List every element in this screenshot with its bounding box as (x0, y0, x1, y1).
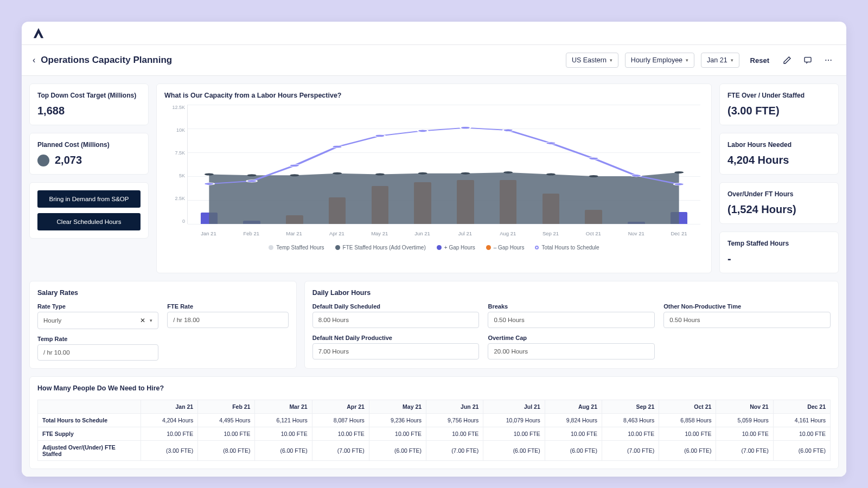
table-cell[interactable]: 6,858 Hours (659, 414, 716, 427)
table-cell[interactable]: (6.00 FTE) (773, 441, 830, 461)
bring-demand-button[interactable]: Bring in Demand from S&OP (37, 190, 141, 208)
table-cell[interactable]: 10.00 FTE (545, 427, 602, 441)
table-cell[interactable]: 6,121 Hours (255, 414, 312, 427)
table-cell[interactable]: 10.00 FTE (141, 427, 198, 441)
table-cell[interactable]: (7.00 FTE) (716, 441, 773, 461)
table-cell[interactable]: (6.00 FTE) (545, 441, 602, 461)
field-label: Overtime Cap (488, 335, 655, 341)
table-cell[interactable]: 10.00 FTE (483, 427, 545, 441)
table-cell[interactable]: 4,204 Hours (141, 414, 198, 427)
kpi-over-under-ft-hours: Over/Under FT Hours (1,524 Hours) (719, 182, 839, 224)
table-cell[interactable]: 10.00 FTE (198, 427, 255, 441)
table-cell[interactable]: (6.00 FTE) (369, 441, 426, 461)
legend-item: Temp Staffed Hours (269, 245, 324, 251)
table-cell[interactable]: 10.00 FTE (659, 427, 716, 441)
kpi-label: Top Down Cost Target (Millions) (37, 92, 141, 99)
table-cell[interactable]: (3.00 FTE) (141, 441, 198, 461)
table-cell[interactable]: 10.00 FTE (255, 427, 312, 441)
table-cell[interactable]: 9,756 Hours (426, 414, 483, 427)
y-tick: 2.5K (164, 196, 185, 201)
page-title: Operations Capacity Planning (41, 55, 172, 66)
table-cell[interactable]: (7.00 FTE) (312, 441, 369, 461)
table-cell[interactable]: (6.00 FTE) (483, 441, 545, 461)
table-cell[interactable]: 10.00 FTE (369, 427, 426, 441)
x-tick: Mar 21 (273, 226, 316, 240)
legend-item: FTE Staffed Hours (Add Overtime) (335, 245, 426, 251)
table-cell[interactable]: 8,463 Hours (602, 414, 659, 427)
reset-button[interactable]: Reset (746, 53, 774, 68)
comment-icon[interactable] (801, 53, 815, 67)
y-tick: 0 (164, 219, 185, 224)
table-cell[interactable]: (7.00 FTE) (426, 441, 483, 461)
table-cell[interactable]: (6.00 FTE) (659, 441, 716, 461)
capacity-chart-card: What is Our Capacity from a Labor Hours … (156, 84, 712, 273)
table-cell[interactable]: 5,059 Hours (716, 414, 773, 427)
bar-neg-gap (500, 180, 517, 224)
clear-icon[interactable]: ✕ (140, 317, 145, 324)
breaks-input[interactable]: 0.50 Hours (488, 312, 655, 328)
bar-neg-gap (414, 182, 431, 224)
overtime-cap-input[interactable]: 20.00 Hours (488, 343, 655, 359)
field-label: Default Daily Scheduled (312, 303, 480, 310)
default-daily-scheduled-input[interactable]: 8.00 Hours (312, 312, 480, 328)
net-daily-productive-input[interactable]: 7.00 Hours (312, 343, 480, 359)
table-cell[interactable]: 10.00 FTE (426, 427, 483, 441)
table-col-header: Jul 21 (483, 400, 545, 414)
x-tick: Jan 21 (187, 226, 230, 240)
chevron-down-icon: ▾ (731, 57, 733, 63)
table-cell[interactable]: 10.00 FTE (312, 427, 369, 441)
table-cell[interactable]: 9,824 Hours (545, 414, 602, 427)
table-cell[interactable]: 4,161 Hours (773, 414, 830, 427)
daily-labor-hours-card: Daily Labor Hours Default Daily Schedule… (304, 281, 839, 369)
table-cell[interactable]: 4,495 Hours (198, 414, 255, 427)
app-window: ‹ Operations Capacity Planning US Easter… (22, 22, 846, 477)
field-label: Breaks (488, 303, 655, 310)
bar-neg-gap (372, 186, 389, 224)
y-tick: 7.5K (164, 150, 185, 156)
section-title: Daily Labor Hours (312, 289, 831, 297)
more-icon[interactable] (821, 53, 835, 67)
x-tick: Nov 21 (615, 226, 658, 240)
bar-neg-gap (457, 180, 474, 224)
table-cell[interactable]: 8,087 Hours (312, 414, 369, 427)
other-nonproductive-input[interactable]: 0.50 Hours (663, 312, 831, 328)
table-cell[interactable]: (6.00 FTE) (255, 441, 312, 461)
filter-period-dropdown[interactable]: Jan 21 ▾ (701, 53, 739, 68)
table-row: FTE Supply10.00 FTE10.00 FTE10.00 FTE10.… (38, 427, 831, 441)
chart-y-axis: 12.5K10K7.5K5K2.5K0 (164, 105, 185, 224)
back-chevron-icon[interactable]: ‹ (33, 55, 35, 65)
table-cell[interactable]: 10,079 Hours (483, 414, 545, 427)
temp-rate-input[interactable]: / hr 10.00 (37, 344, 158, 361)
page-header: ‹ Operations Capacity Planning US Easter… (22, 45, 846, 76)
chart-title: What is Our Capacity from a Labor Hours … (164, 92, 704, 99)
kpi-label: Labor Hours Needed (727, 141, 831, 149)
table-cell[interactable]: 10.00 FTE (773, 427, 830, 441)
chart-x-axis: Jan 21Feb 21Mar 21Apr 21May 21Jun 21Jul … (187, 226, 700, 240)
kpi-label: Planned Cost (Millions) (37, 141, 141, 149)
kpi-label: Over/Under FT Hours (727, 190, 831, 198)
rate-type-select[interactable]: Hourly ✕ ▾ (37, 312, 158, 329)
fte-rate-input[interactable]: / hr 18.00 (167, 312, 288, 328)
filter-employee-type-dropdown[interactable]: Hourly Employee ▾ (625, 53, 694, 68)
bar-pos-gap (671, 212, 688, 224)
table-cell[interactable]: 10.00 FTE (602, 427, 659, 441)
table-cell[interactable]: 10.00 FTE (716, 427, 773, 441)
field-label: Default Net Daily Productive (312, 335, 480, 341)
legend-item: – Gap Hours (486, 245, 525, 251)
right-column: FTE Over / Under Staffed (3.00 FTE) Labo… (719, 84, 839, 273)
bar-neg-gap (286, 215, 303, 224)
table-col-header: Apr 21 (312, 400, 369, 414)
x-tick: Feb 21 (230, 226, 273, 240)
table-cell[interactable]: (7.00 FTE) (602, 441, 659, 461)
edit-icon[interactable] (780, 53, 794, 67)
x-tick: Dec 21 (658, 226, 700, 240)
kpi-value: - (727, 253, 831, 265)
filter-region-dropdown[interactable]: US Eastern ▾ (566, 53, 618, 68)
filter-employee-type-label: Hourly Employee (631, 56, 682, 64)
table-cell[interactable]: 9,236 Hours (369, 414, 426, 427)
table-col-header: Jan 21 (141, 400, 198, 414)
kpi-value: (3.00 FTE) (727, 105, 831, 117)
chevron-down-icon: ▾ (150, 318, 152, 323)
clear-scheduled-hours-button[interactable]: Clear Scheduled Hours (37, 213, 141, 230)
table-cell[interactable]: (8.00 FTE) (198, 441, 255, 461)
